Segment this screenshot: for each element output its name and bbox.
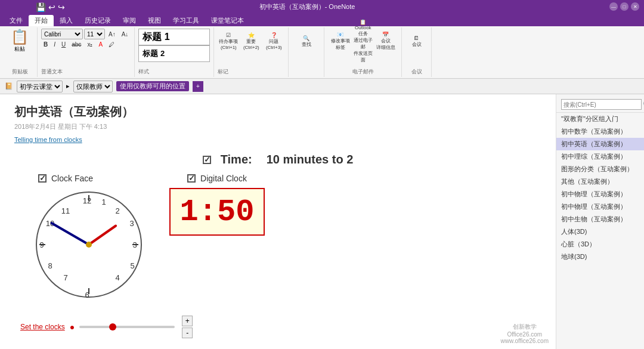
meeting-details-btn[interactable]: 📅 会议详细信息 <box>375 29 397 54</box>
email-page-btn[interactable]: 📧 修改事项标签 <box>330 29 351 54</box>
strikethrough-btn[interactable]: abc <box>69 41 83 48</box>
sidebar-item-2[interactable]: 初中英语（互动案例） <box>556 138 644 150</box>
heading2-btn[interactable]: 标题 2 <box>138 45 210 62</box>
svg-text:3: 3 <box>129 219 134 228</box>
important-label: 重要(Ctrl+2) <box>243 38 259 50</box>
clipboard-group-label: 剪贴板 <box>12 68 28 76</box>
svg-text:7: 7 <box>63 273 67 282</box>
analog-section: Clock Face 12 3 6 9 2 3 <box>32 174 145 301</box>
slider-area: Set the clocks ● + - <box>14 316 541 338</box>
meeting-btn[interactable]: 🗓 会议 <box>406 29 428 54</box>
email-icon: 📧 <box>337 32 343 38</box>
sidebar-item-11[interactable]: 地球(3D) <box>556 251 644 263</box>
time-value: 10 minutes to 2 <box>267 153 354 166</box>
font-size-dec[interactable]: A↓ <box>119 29 131 39</box>
font-family-select[interactable]: Calibri <box>41 29 83 39</box>
page-date: 2018年2月4日 星期日 下午 4:13 <box>14 122 541 131</box>
styles-group-label: 样式 <box>138 68 149 76</box>
sidebar-item-8[interactable]: 初中生物（互动案例） <box>556 213 644 226</box>
slider-plus-btn[interactable]: + <box>182 316 193 326</box>
sidebar-item-1[interactable]: 初中数学（互动案例） <box>556 125 644 138</box>
question-label: 问题(Ctrl+3) <box>266 38 282 50</box>
tab-insert[interactable]: 插入 <box>54 15 79 26</box>
todo-tag-btn[interactable]: ☑ 待办事项(Ctrl+1) <box>218 29 239 54</box>
tab-file[interactable]: 文件 <box>4 15 29 26</box>
email-group-label: 电子邮件 <box>352 68 374 76</box>
qa-save-btn[interactable]: 💾 <box>36 2 46 12</box>
qa-redo-btn[interactable]: ↪ <box>58 2 65 12</box>
todo-icon: ☑ <box>226 32 231 38</box>
sidebar-item-4[interactable]: 图形的分类（互动案例） <box>556 163 644 175</box>
analog-clock-svg: 12 3 6 9 2 3 4 11 10 8 7 5 1 <box>32 188 145 301</box>
sidebar-item-10[interactable]: 心脏（3D） <box>556 238 644 251</box>
quick-access-toolbar: 💾 ↩ ↪ <box>36 2 65 12</box>
font-row1: Calibri 11 A↑ A↓ <box>41 29 131 39</box>
sidebar-item-0[interactable]: "双教育"分区组入门 <box>556 113 644 125</box>
question-tag-btn[interactable]: ❓ 问题(Ctrl+3) <box>263 29 284 54</box>
tab-view[interactable]: 视图 <box>142 15 167 26</box>
minimize-btn[interactable]: — <box>609 2 618 11</box>
tab-history[interactable]: 历史记录 <box>79 15 117 26</box>
paste-label: 粘贴 <box>14 45 25 53</box>
tags-group-label: 标记 <box>218 68 228 76</box>
font-size-inc[interactable]: A↑ <box>106 29 118 39</box>
sidebar-item-6[interactable]: 初中物理（互动案例） <box>556 188 644 200</box>
email-label: 修改事项标签 <box>331 38 350 51</box>
question-icon: ❓ <box>271 32 277 38</box>
bold-btn[interactable]: B <box>41 41 50 48</box>
slider-buttons: + - <box>182 316 193 338</box>
subscript-btn[interactable]: x₂ <box>85 41 95 48</box>
digital-checkbox[interactable] <box>187 174 196 183</box>
sidebar: 🔍 "双教育"分区组入门 初中数学（互动案例） 初中英语（互动案例） 初中理综（… <box>556 94 644 349</box>
teacher-only-btn[interactable]: 使用仅教师可用的位置 <box>116 81 189 91</box>
important-tag-btn[interactable]: ⭐ 重要(Ctrl+2) <box>240 29 262 54</box>
underline-btn[interactable]: U <box>59 41 68 48</box>
svg-text:8: 8 <box>48 261 52 270</box>
watermark-line1: 创新教学 <box>501 323 549 331</box>
svg-text:3: 3 <box>132 240 137 249</box>
section-select[interactable]: 仅限教师 <box>73 81 113 92</box>
clock-face-text: Clock Face <box>51 174 93 183</box>
close-btn[interactable]: ✕ <box>631 2 639 11</box>
svg-text:11: 11 <box>61 206 70 215</box>
slider-thumb[interactable] <box>109 323 116 331</box>
page-link[interactable]: Telling time from clocks <box>14 136 541 143</box>
tab-learning-tools[interactable]: 学习工具 <box>167 15 205 26</box>
outlook-task-btn[interactable]: 📋 Outlook 任务通过电子邮件发送页面 <box>352 29 374 54</box>
slider-track[interactable] <box>79 326 175 328</box>
time-checkbox[interactable] <box>203 156 211 164</box>
sidebar-search-input[interactable] <box>561 99 642 110</box>
sidebar-item-7[interactable]: 初中物理（互动案例） <box>556 200 644 213</box>
italic-btn[interactable]: I <box>51 41 58 48</box>
ribbon-tabs: 文件 开始 插入 历史记录 审阅 视图 学习工具 课堂笔记本 <box>0 13 644 26</box>
tab-classroom[interactable]: 课堂笔记本 <box>205 15 250 26</box>
tab-home[interactable]: 开始 <box>29 15 54 26</box>
digital-clock-text: Digital Clock <box>200 174 247 183</box>
sidebar-search-area: 🔍 <box>556 97 644 113</box>
ribbon-group-meeting: 🗓 会议 会议 <box>402 27 432 77</box>
watermark-line2: Office26.com <box>501 331 549 338</box>
tab-review[interactable]: 审阅 <box>117 15 142 26</box>
notebook-select[interactable]: 初学云课堂 <box>17 81 63 92</box>
highlight-btn[interactable]: 🖊 <box>106 41 117 48</box>
email-row: 📧 修改事项标签 📋 Outlook 任务通过电子邮件发送页面 📅 会议详细信息 <box>330 29 397 54</box>
paste-btn[interactable]: 📋 粘贴 <box>6 29 33 53</box>
add-page-btn[interactable]: + <box>193 81 203 92</box>
slider-minus-btn[interactable]: - <box>182 328 193 338</box>
sidebar-item-5[interactable]: 其他（互动案例） <box>556 175 644 188</box>
digital-time-value: 1:50 <box>180 194 255 230</box>
font-color-btn[interactable]: A <box>96 41 105 48</box>
heading1-btn[interactable]: 标题 1 <box>138 29 210 45</box>
sidebar-item-9[interactable]: 人体(3D) <box>556 226 644 238</box>
font-size-select[interactable]: 11 <box>84 29 105 39</box>
svg-text:2: 2 <box>115 206 119 215</box>
svg-text:6: 6 <box>85 291 89 299</box>
sidebar-item-3[interactable]: 初中理综（互动案例） <box>556 150 644 163</box>
find-btn[interactable]: 🔍 查找 <box>296 29 317 54</box>
time-label: Time: <box>221 153 252 166</box>
qa-undo-btn[interactable]: ↩ <box>48 2 55 12</box>
maximize-btn[interactable]: □ <box>620 2 628 11</box>
window-title: 初中英语（互动案例）- OneNote <box>5 2 609 11</box>
clock-face-checkbox[interactable] <box>38 174 47 183</box>
svg-text:5: 5 <box>130 261 134 270</box>
